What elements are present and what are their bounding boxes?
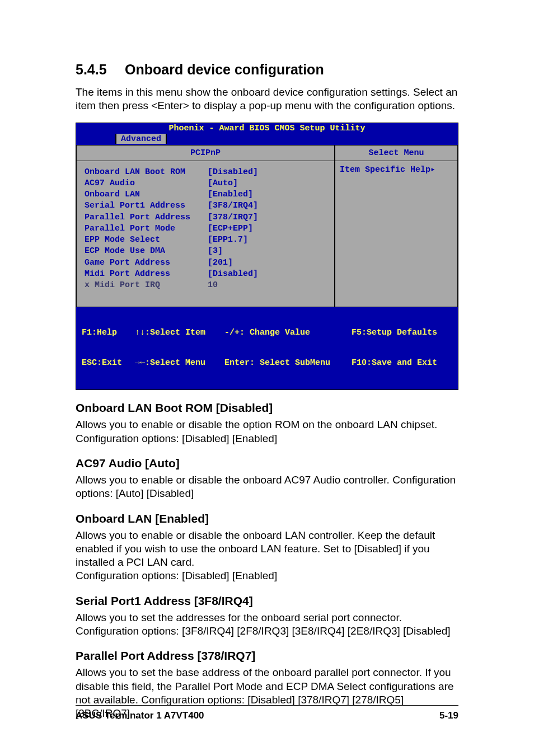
bios-item-value: [3] xyxy=(208,246,326,257)
bios-item-label: Serial Port1 Address xyxy=(85,200,208,212)
bios-footer-cell: F1:Help ESC:Exit xyxy=(82,308,135,388)
bios-item-value: [378/IRQ7] xyxy=(208,212,326,223)
bios-tab-advanced: Advanced xyxy=(115,134,167,144)
bios-item-label: Midi Port Address xyxy=(85,269,208,280)
bios-item-label: Onboard LAN xyxy=(85,189,208,200)
bios-row: Onboard LAN Boot ROM [Disabled] xyxy=(85,167,326,178)
bios-row: Game Port Address [201] xyxy=(85,257,326,269)
bios-titlebar: Phoenix - Award BIOS CMOS Setup Utility xyxy=(76,123,458,134)
subsection-title: Onboard LAN [Enabled] xyxy=(76,512,458,525)
subsection-title: Parallel Port Address [378/IRQ7] xyxy=(76,649,458,663)
page-content: 5.4.5 Onboard device configuration The i… xyxy=(0,0,534,721)
bios-item-value: [EPP1.7] xyxy=(208,234,326,246)
bios-item-label: Onboard LAN Boot ROM xyxy=(85,167,208,178)
bios-help-text: Item Specific Help▸ xyxy=(335,161,457,177)
section-heading: 5.4.5 Onboard device configuration xyxy=(76,62,458,78)
bios-item-value: [3F8/IRQ4] xyxy=(208,200,326,212)
bios-item-label: x Midi Port IRQ xyxy=(85,280,208,291)
bios-item-label: Game Port Address xyxy=(85,257,208,269)
bios-row-disabled: x Midi Port IRQ 10 xyxy=(85,280,326,291)
bios-item-label: Parallel Port Mode xyxy=(85,223,208,234)
bios-item-label: EPP Mode Select xyxy=(85,234,208,246)
bios-right-header: Select Menu xyxy=(335,145,457,161)
bios-row: Serial Port1 Address [3F8/IRQ4] xyxy=(85,200,326,212)
bios-row: Parallel Port Mode [ECP+EPP] xyxy=(85,223,326,234)
bios-tab-row: Advanced xyxy=(76,134,458,145)
bios-main: PCIPnP Onboard LAN Boot ROM [Disabled] A… xyxy=(76,145,458,308)
bios-item-value: [201] xyxy=(208,257,326,269)
bios-row: EPP Mode Select [EPP1.7] xyxy=(85,234,326,246)
bios-item-value: [Auto] xyxy=(208,178,326,189)
subsection-title: AC97 Audio [Auto] xyxy=(76,457,458,470)
bios-row: Onboard LAN [Enabled] xyxy=(85,189,326,200)
section-number: 5.4.5 xyxy=(76,62,107,78)
bios-left-panel: PCIPnP Onboard LAN Boot ROM [Disabled] A… xyxy=(76,145,335,308)
bios-item-value: [Enabled] xyxy=(208,189,326,200)
subsection-title: Onboard LAN Boot ROM [Disabled] xyxy=(76,401,458,415)
section-title: Onboard device configuration xyxy=(125,62,324,77)
subsection-body: Allows you to set the addresses for the … xyxy=(76,611,458,638)
page-footer: ASUS Terminator 1 A7VT400 5-19 xyxy=(76,705,458,721)
bios-item-value: [Disabled] xyxy=(208,269,326,280)
bios-item-label: AC97 Audio xyxy=(85,178,208,189)
subsection-title: Serial Port1 Address [3F8/IRQ4] xyxy=(76,594,458,608)
bios-row: ECP Mode Use DMA [3] xyxy=(85,246,326,257)
footer-product: ASUS Terminator 1 A7VT400 xyxy=(76,710,204,721)
bios-item-value: [Disabled] xyxy=(208,167,326,178)
bios-item-value: 10 xyxy=(208,280,326,291)
bios-footer: F1:Help ESC:Exit ↑↓:Select Item →←:Selec… xyxy=(76,307,458,389)
subsection-body: Allows you to enable or disable the onbo… xyxy=(76,529,458,583)
bios-item-list: Onboard LAN Boot ROM [Disabled] AC97 Aud… xyxy=(77,161,334,307)
bios-row: AC97 Audio [Auto] xyxy=(85,178,326,189)
intro-paragraph: The items in this menu show the onboard … xyxy=(76,86,458,112)
bios-left-header: PCIPnP xyxy=(77,145,334,161)
bios-item-value: [ECP+EPP] xyxy=(208,223,326,234)
bios-item-label: Parallel Port Address xyxy=(85,212,208,223)
bios-right-panel: Select Menu Item Specific Help▸ xyxy=(335,145,458,308)
subsection-body: Allows you to enable or disable the opti… xyxy=(76,418,458,445)
bios-row: Parallel Port Address [378/IRQ7] xyxy=(85,212,326,223)
bios-item-label: ECP Mode Use DMA xyxy=(85,246,208,257)
bios-footer-cell: F5:Setup Defaults F10:Save and Exit xyxy=(352,308,452,388)
bios-screenshot: Phoenix - Award BIOS CMOS Setup Utility … xyxy=(76,123,458,391)
bios-row: Midi Port Address [Disabled] xyxy=(85,269,326,280)
bios-footer-cell: -/+: Change Value Enter: Select SubMenu xyxy=(224,308,352,388)
subsection-body: Allows you to enable or disable the onbo… xyxy=(76,473,458,501)
bios-footer-cell: ↑↓:Select Item →←:Select Menu xyxy=(135,308,224,388)
footer-page-number: 5-19 xyxy=(439,710,458,721)
